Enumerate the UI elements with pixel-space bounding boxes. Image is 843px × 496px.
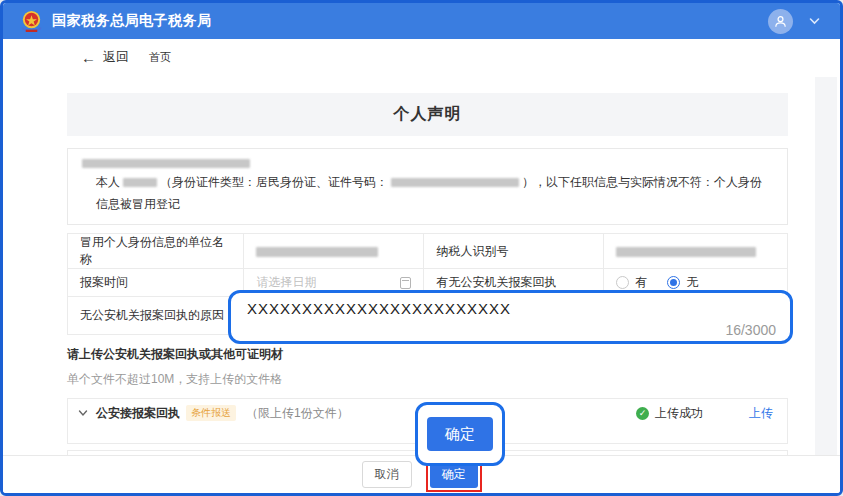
back-button[interactable]: 返回 [103, 48, 129, 66]
magnified-confirm-callout: 确定 [415, 402, 505, 466]
app-window: 国家税务总局电子税务局 ← 返回 首页 个人声明 本人（身份证件类型：居民身份证… [0, 0, 843, 496]
page-right-margin [815, 77, 837, 455]
header-bar: 国家税务总局电子税务局 [3, 3, 840, 39]
taxpayer-id-label: 纳税人识别号 [424, 234, 604, 269]
taxpayer-id-value [604, 234, 788, 269]
redacted-value [82, 159, 250, 168]
tax-bureau-emblem-icon [19, 9, 44, 34]
breadcrumb: ← 返回 首页 [3, 39, 840, 75]
redacted-id-number [391, 178, 519, 187]
no-receipt-reason-label: 无公安机关报案回执的原因 [68, 297, 244, 335]
date-picker-placeholder[interactable]: 请选择日期 [256, 274, 316, 291]
calendar-icon[interactable] [400, 277, 411, 289]
back-arrow-icon[interactable]: ← [81, 49, 96, 66]
upload-instruction: 请上传公安机关报案回执或其他可证明材 [67, 346, 788, 363]
statement-line: 本人（身份证件类型：居民身份证、证件号码：），以下任职信息与实际情况不符：个人身… [82, 172, 773, 215]
cancel-button[interactable]: 取消 [362, 461, 412, 488]
upload-file-hint: 单个文件不超过10M，支持上传的文件格 [67, 371, 788, 388]
file-limit-hint: （限上传1份文件） [246, 405, 349, 422]
table-row: 冒用个人身份信息的单位名称 纳税人识别号 [68, 234, 788, 269]
report-time-label: 报案时间 [68, 269, 244, 297]
upload-status: 上传成功 [655, 405, 703, 422]
radio-no-label[interactable]: 无 [686, 274, 698, 291]
conditional-submit-badge: 条件报送 [186, 405, 236, 421]
unit-name-label: 冒用个人身份信息的单位名称 [68, 234, 244, 269]
redacted-taxpayer-id [616, 247, 756, 257]
statement-mid: （身份证件类型：居民身份证、证件号码： [160, 175, 388, 189]
success-check-icon: ✓ [636, 407, 649, 420]
upload-section-title: 公安接报案回执 [96, 405, 180, 422]
page-title: 个人声明 [394, 104, 462, 125]
statement-prefix: 本人 [96, 175, 120, 189]
chevron-down-icon[interactable] [78, 408, 88, 418]
magnified-textarea-callout: XXXXXXXXXXXXXXXXXXXXXXXX 16/3000 [228, 290, 793, 344]
page-title-band: 个人声明 [67, 93, 788, 136]
statement-box: 本人（身份证件类型：居民身份证、证件号码：），以下任职信息与实际情况不符：个人身… [67, 148, 788, 225]
magnified-confirm-button[interactable]: 确定 [427, 417, 493, 451]
magnified-text-value: XXXXXXXXXXXXXXXXXXXXXXXX [247, 300, 774, 317]
breadcrumb-home[interactable]: 首页 [149, 50, 171, 65]
account-menu-chevron-down-icon[interactable] [809, 17, 820, 25]
upload-link[interactable]: 上传 [749, 405, 773, 422]
app-title: 国家税务总局电子税务局 [52, 12, 212, 30]
radio-yes[interactable] [616, 276, 629, 289]
person-icon [773, 14, 788, 29]
user-avatar[interactable] [768, 9, 793, 34]
magnified-char-counter: 16/3000 [725, 322, 776, 338]
unit-name-value [244, 234, 424, 269]
redacted-name [123, 178, 157, 187]
redacted-unit-name [256, 247, 378, 257]
radio-no[interactable] [667, 276, 680, 289]
radio-yes-label[interactable]: 有 [635, 274, 647, 291]
